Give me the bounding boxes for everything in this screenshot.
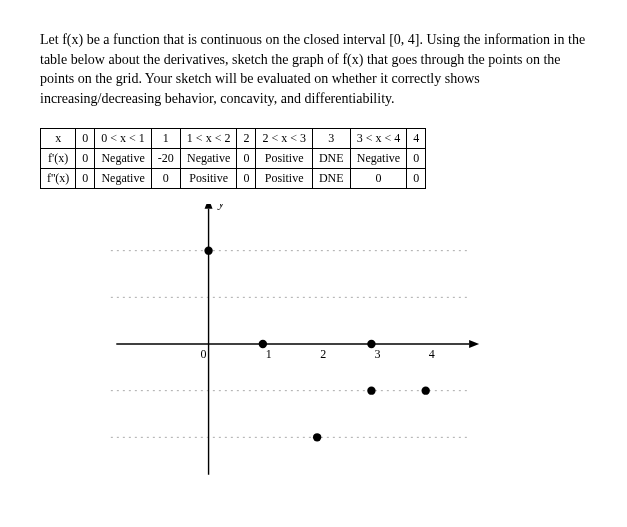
graph-svg: 01234yx <box>100 204 480 484</box>
svg-point-16 <box>259 340 267 348</box>
row-label: x <box>41 129 76 149</box>
svg-marker-7 <box>205 204 213 209</box>
svg-point-18 <box>367 340 375 348</box>
svg-text:2: 2 <box>320 347 326 361</box>
svg-marker-6 <box>469 340 479 348</box>
row-label: f'(x) <box>41 149 76 169</box>
svg-point-15 <box>204 247 212 255</box>
row-label: f''(x) <box>41 169 76 189</box>
table-row: f''(x) 0 Negative 0 Positive 0 Positive … <box>41 169 426 189</box>
derivative-table: x 0 0 < x < 1 1 1 < x < 2 2 2 < x < 3 3 … <box>40 128 426 189</box>
svg-text:1: 1 <box>266 347 272 361</box>
svg-text:3: 3 <box>374 347 380 361</box>
problem-statement: Let f(x) be a function that is continuou… <box>40 30 587 108</box>
svg-point-20 <box>422 387 430 395</box>
table-row: f'(x) 0 Negative -20 Negative 0 Positive… <box>41 149 426 169</box>
svg-text:y: y <box>217 204 225 210</box>
coordinate-plane: 01234yx <box>100 204 480 484</box>
svg-point-19 <box>367 387 375 395</box>
svg-text:4: 4 <box>429 347 435 361</box>
svg-text:0: 0 <box>201 347 207 361</box>
svg-point-17 <box>313 434 321 442</box>
table-row: x 0 0 < x < 1 1 1 < x < 2 2 2 < x < 3 3 … <box>41 129 426 149</box>
